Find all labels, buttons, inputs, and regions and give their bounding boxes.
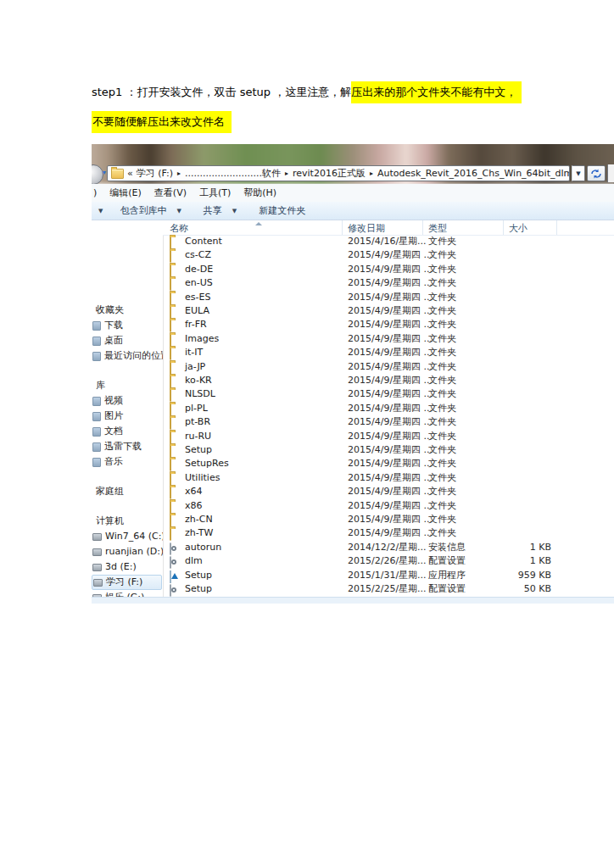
sidebar-group[interactable]: 家庭组 <box>92 484 162 499</box>
file-row[interactable]: ko-KR2015/4/9/星期四 ...文件夹 <box>163 374 614 387</box>
sidebar-item[interactable]: 音乐 <box>92 454 162 470</box>
sidebar-item[interactable]: 3d (E:) <box>92 559 162 575</box>
sidebar-item[interactable]: 文档 <box>92 424 162 439</box>
file-row[interactable]: es-ES2015/4/9/星期四 ...文件夹 <box>163 291 614 304</box>
column-header-type[interactable]: 类型 <box>428 222 447 235</box>
sidebar-item[interactable]: ruanjian (D:) <box>92 544 162 559</box>
address-dropdown-button[interactable]: ▼ <box>572 165 585 181</box>
menu-item[interactable]: 帮助(H) <box>243 186 276 199</box>
drive-icon <box>92 548 102 556</box>
file-date-modified: 2015/4/9/星期四 ... <box>348 457 433 470</box>
sidebar-item[interactable]: 桌面 <box>92 333 162 348</box>
sidebar-item[interactable]: 娱乐 (G:) <box>92 590 162 597</box>
folder-icon <box>170 501 171 514</box>
file-row[interactable]: ja-JP2015/4/9/星期四 ...文件夹 <box>163 360 614 374</box>
menu-bar: )编辑(E)查看(V)工具(T)帮助(H) <box>92 184 614 202</box>
file-date-modified: 2015/4/9/星期四 ... <box>348 499 433 513</box>
file-row[interactable]: autorun2014/12/2/星期...安装信息1 KB <box>163 541 614 554</box>
file-row[interactable]: it-IT2015/4/9/星期四 ...文件夹 <box>163 346 614 359</box>
toolbar-button[interactable]: 新建文件夹 <box>259 204 305 217</box>
file-date-modified: 2014/12/2/星期... <box>348 541 427 554</box>
breadcrumb-segment[interactable]: Autodesk_Revit_2016_Chs_Win_64bit_dlm <box>377 168 570 179</box>
file-type: 文件夹 <box>428 318 456 331</box>
toolbar-button[interactable]: 共享▼ <box>204 204 237 217</box>
file-row[interactable]: de-DE2015/4/9/星期四 ...文件夹 <box>163 263 614 276</box>
toolbar-button-label: 新建文件夹 <box>259 204 305 217</box>
file-row[interactable]: zh-CN2015/4/9/星期四 ...文件夹 <box>163 513 614 526</box>
sidebar-item[interactable]: 图片 <box>92 409 162 424</box>
sidebar-item-label: 文档 <box>104 424 123 439</box>
file-row[interactable]: ru-RU2015/4/9/星期四 ...文件夹 <box>163 430 614 443</box>
file-row[interactable]: Setup2015/2/25/星期...配置设置50 KB <box>163 582 614 596</box>
column-header-name[interactable]: 名称 <box>170 222 188 235</box>
search-box[interactable] <box>607 164 614 182</box>
sidebar-item[interactable]: 学习 (F:) <box>92 575 162 590</box>
folder-icon <box>170 334 171 347</box>
breadcrumb-segment[interactable]: revit2016正式版 <box>293 167 366 180</box>
file-row[interactable]: zh-TW2015/4/9/星期四 ...文件夹 <box>163 526 614 540</box>
sidebar-item[interactable]: 视频 <box>92 393 162 409</box>
file-row[interactable]: x862015/4/9/星期四 ...文件夹 <box>163 499 614 513</box>
file-name: x64 <box>185 485 203 498</box>
column-separator[interactable] <box>342 220 343 235</box>
ini-icon <box>170 584 171 597</box>
folder-icon <box>170 264 171 277</box>
file-date-modified: 2015/4/9/星期四 ... <box>348 471 433 485</box>
breadcrumb-segment[interactable]: ..........................软件 <box>185 167 281 180</box>
file-date-modified: 2015/4/9/星期四 ... <box>348 318 433 331</box>
sidebar-item-label: ruanjian (D:) <box>105 544 163 559</box>
sidebar-item-label: 音乐 <box>104 454 123 470</box>
file-row[interactable]: cs-CZ2015/4/9/星期四 ...文件夹 <box>163 248 614 262</box>
file-name: pl-PL <box>185 402 208 415</box>
sidebar-item[interactable]: 最近访问的位置 <box>92 348 162 364</box>
column-separator[interactable] <box>556 220 557 235</box>
file-type: 文件夹 <box>428 235 456 248</box>
file-row[interactable]: en-US2015/4/9/星期四 ...文件夹 <box>163 276 614 290</box>
file-type: 文件夹 <box>428 291 456 304</box>
file-name: zh-TW <box>185 526 213 540</box>
file-row[interactable]: Setup2015/4/9/星期四 ...文件夹 <box>163 443 614 457</box>
step1-text-plain: step1 ：打开安装文件，双击 setup ，这里注意，解 <box>92 81 351 103</box>
file-row[interactable]: pt-BR2015/4/9/星期四 ...文件夹 <box>163 415 614 429</box>
breadcrumb-segment[interactable]: 学习 (F:) <box>137 167 173 180</box>
file-type: 文件夹 <box>428 263 456 276</box>
menu-item[interactable]: 查看(V) <box>154 186 187 199</box>
file-row[interactable]: EULA2015/4/9/星期四 ...文件夹 <box>163 304 614 318</box>
address-bar[interactable]: « 学习 (F:)▸..........................软件▸r… <box>107 165 570 181</box>
column-header-size[interactable]: 大小 <box>509 222 527 235</box>
document-page: step1 ：打开安装文件，双击 setup ，这里注意，解压出来的那个文件夹不… <box>0 0 614 868</box>
column-separator[interactable] <box>503 220 504 235</box>
folder-icon <box>170 403 171 416</box>
refresh-icon <box>590 169 602 179</box>
sidebar-item[interactable]: 下载 <box>92 318 162 333</box>
refresh-button[interactable] <box>587 165 606 181</box>
file-type: 配置设置 <box>428 582 466 596</box>
file-row[interactable]: Utilities2015/4/9/星期四 ...文件夹 <box>163 471 614 485</box>
sidebar-group[interactable]: 库 <box>92 378 162 393</box>
menu-item[interactable]: 编辑(E) <box>109 186 142 199</box>
file-row[interactable]: Setup2015/1/31/星期...应用程序959 KB <box>163 569 614 582</box>
file-row[interactable]: Content2015/4/16/星期...文件夹 <box>163 235 614 248</box>
breadcrumb-arrow-icon: ▸ <box>285 170 288 177</box>
nav-history-chevron-icon[interactable]: ▾ <box>103 169 106 176</box>
column-header-date[interactable]: 修改日期 <box>348 222 385 235</box>
file-row[interactable]: Images2015/4/9/星期四 ...文件夹 <box>163 332 614 346</box>
sidebar-item[interactable]: 迅雷下载 <box>92 439 162 454</box>
file-name: fr-FR <box>185 318 207 331</box>
sidebar-group[interactable]: 计算机 <box>92 514 162 529</box>
file-row[interactable]: fr-FR2015/4/9/星期四 ...文件夹 <box>163 318 614 331</box>
menu-item[interactable]: 工具(T) <box>199 186 231 199</box>
toolbar-button[interactable]: 包含到库中▼ <box>120 204 181 217</box>
folder-icon <box>111 169 124 179</box>
menu-item[interactable]: ) <box>93 187 97 198</box>
file-row[interactable]: NLSDL2015/4/9/星期四 ...文件夹 <box>163 387 614 401</box>
sidebar-group[interactable]: 收藏夹 <box>92 303 162 318</box>
file-row[interactable]: x642015/4/9/星期四 ...文件夹 <box>163 485 614 498</box>
sidebar-item-label: 娱乐 (G:) <box>105 590 144 597</box>
sidebar-item[interactable]: Win7_64 (C:) <box>92 529 162 544</box>
file-row[interactable]: dlm2015/2/26/星期...配置设置1 KB <box>163 554 614 568</box>
file-row[interactable]: pl-PL2015/4/9/星期四 ...文件夹 <box>163 402 614 415</box>
folder-icon <box>170 389 171 402</box>
file-row[interactable]: SetupRes2015/4/9/星期四 ...文件夹 <box>163 457 614 470</box>
column-separator[interactable] <box>422 220 423 235</box>
